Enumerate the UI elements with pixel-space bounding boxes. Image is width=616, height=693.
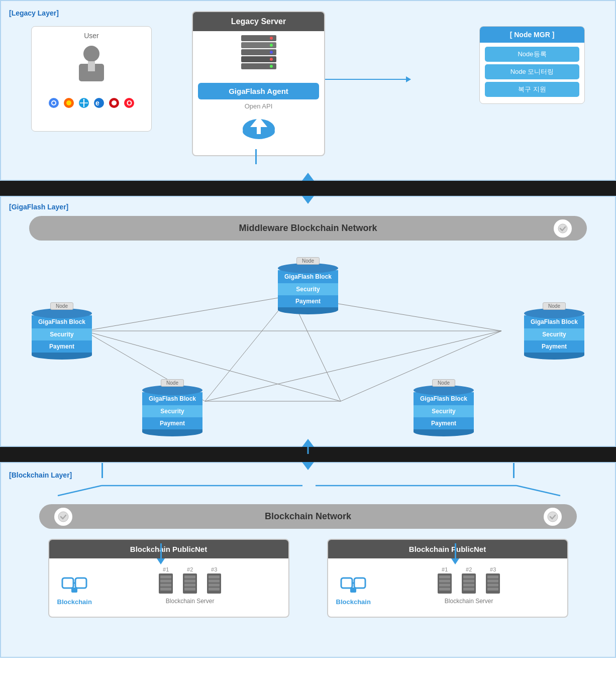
blockchain-check-left [54,508,72,526]
server-tower-right-3 [484,573,502,596]
blockchain-logo-right: Blockchain [336,570,371,606]
svg-text:O: O [127,99,132,107]
cyl-wrap-center: GigaFlash Block Security Payment [278,263,338,314]
cyl-payment-bottom-left: Payment [142,417,202,429]
svg-rect-62 [184,584,195,587]
user-box-title: User [84,32,99,40]
svg-rect-74 [439,575,450,579]
svg-rect-75 [439,580,450,583]
svg-rect-58 [160,588,171,591]
svg-rect-51 [75,578,86,588]
publicnet-header-left: Blockchain PublicNet [49,540,288,558]
db-stack-center: Node GigaFlash Block Security Payment [275,257,341,314]
server-num-left-1: #1 [163,566,169,572]
svg-rect-81 [463,584,474,587]
svg-rect-57 [160,584,171,587]
node-mgr-item-2: Node 모니터링 [485,64,579,79]
svg-point-33 [558,224,567,233]
server-tower-right-1 [436,573,454,596]
legacy-server-title: Legacy Server [193,12,324,31]
svg-rect-67 [209,584,220,587]
server-item-left-2: #2 [181,566,199,596]
server-num-right-2: #2 [466,566,472,572]
svg-rect-85 [487,580,498,583]
cyl-security-center: Security [278,283,338,295]
bc-left-top-connector [101,463,103,478]
server-label-left: Blockchain Server [100,598,280,609]
svg-rect-76 [439,584,450,587]
svg-point-14 [112,100,117,105]
svg-point-48 [58,512,68,522]
server-item-right-2: #2 [460,566,478,596]
svg-point-49 [548,512,558,522]
server-num-left-2: #2 [187,566,193,572]
middleware-bar: Middleware Blockchain Network [29,216,587,241]
svg-rect-69 [341,578,352,588]
svg-point-0 [83,46,99,62]
cyl-wrap-bottom-left: GigaFlash Block Security Payment [142,385,202,436]
svg-rect-2 [88,61,95,71]
server-tower-left-2 [181,573,199,596]
svg-rect-79 [463,575,474,579]
blockchain-layer-label: [Blockchain Layer] [9,471,607,479]
node-tag-left: Node [50,302,73,310]
cyl-top-left [32,308,92,318]
server-label-right: Blockchain Server [379,598,559,609]
middleware-check-badge [554,219,572,238]
node-tag-bottom-right: Node [432,379,455,387]
blockchain-logo-text-left: Blockchain [57,598,92,606]
bc-top-lines-svg [1,478,615,498]
browser-icons: e O [48,97,135,109]
gigaflash-layer-label: [GigaFlash Layer] [9,203,607,211]
connector-arrow-down-1 [302,196,314,204]
cyl-security-bottom-left: Security [142,405,202,417]
svg-rect-60 [184,575,195,579]
cyl-top-center [278,263,338,273]
svg-point-23 [270,44,273,47]
cyl-security-right: Security [524,328,584,340]
blockchain-chain-icon-left [61,570,87,596]
server-num-left-3: #3 [211,566,217,572]
cyl-top-right [524,308,584,318]
connector-arrow-up-1 [302,173,314,181]
svg-line-44 [58,486,101,496]
node-mgr-item-3: 복구 지원 [485,82,579,97]
svg-rect-55 [160,575,171,579]
connector-bar-1 [0,181,616,196]
db-stack-left: Node GigaFlash Block Security Payment [29,302,94,360]
server-tower-icon [193,31,324,80]
svg-rect-77 [439,588,450,591]
svg-rect-56 [160,580,171,583]
server-tower-left-1 [157,573,175,596]
gf-node-center: Node GigaFlash Block Security Payment [275,256,341,314]
connector-arrow-up-2 [302,439,314,447]
blockchain-logo-text-right: Blockchain [336,598,371,606]
user-icon [74,44,109,91]
node-mgr-title: [ Node MGR ] [480,27,584,43]
connector-arrow-down-2 [302,462,314,470]
node-tag-bottom-left: Node [161,379,184,387]
svg-rect-50 [62,578,73,588]
gf-node-bottom-right: Node GigaFlash Block Security Payment [411,378,476,436]
cyl-top-bottom-left [142,385,202,395]
server-item-left-1: #1 [157,566,175,596]
cyl-payment-bottom-right: Payment [414,417,474,429]
open-api-label: Open API [193,102,324,110]
cyl-security-bottom-right: Security [414,405,474,417]
svg-rect-68 [209,588,220,591]
gf-nodes-container: Node GigaFlash Block Security Payment No… [19,251,597,441]
bc-right-down-arrow [451,543,459,564]
db-stack-bottom-right: Node GigaFlash Block Security Payment [411,379,476,436]
gigaflash-layer: [GigaFlash Layer] Middleware Blockchain … [0,196,616,447]
server-tower-right-2 [460,573,478,596]
svg-rect-86 [487,584,498,587]
server-num-right-1: #1 [442,566,448,572]
gf-node-bottom-left: Node GigaFlash Block Security Payment [140,378,205,436]
bc-right-top-connector [513,463,515,478]
blockchain-publicnets: Blockchain PublicNet Blockchain [9,539,607,618]
user-box: User e O [31,26,152,132]
cyl-wrap-right: GigaFlash Block Security Payment [524,308,584,360]
server-icons-group-right: #1 #2 [379,566,559,596]
publicnet-header-right: Blockchain PublicNet [328,540,567,558]
server-item-right-3: #3 [484,566,502,596]
